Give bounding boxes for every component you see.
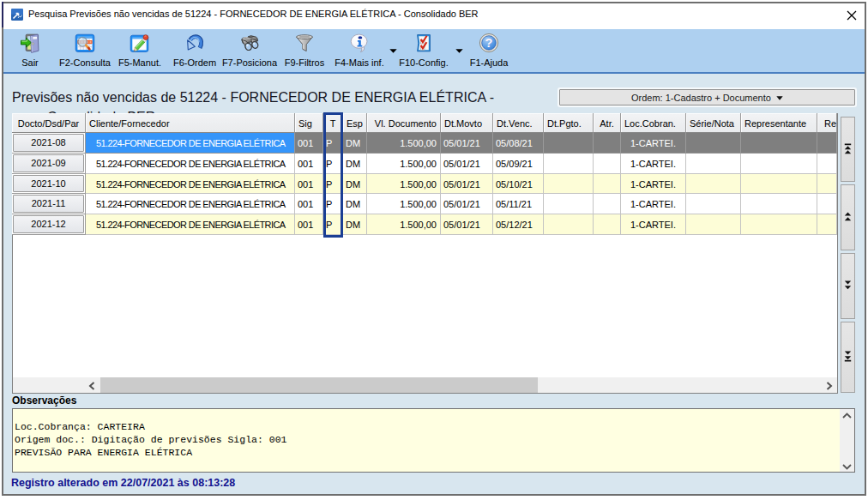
svg-text:?: ? bbox=[485, 36, 493, 50]
